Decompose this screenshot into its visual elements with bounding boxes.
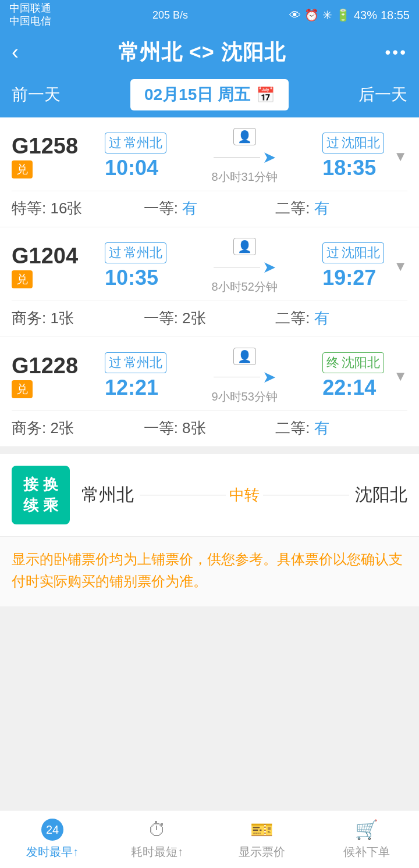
to-time: 18:35 — [322, 156, 376, 180]
header: ‹ 常州北 <> 沈阳北 ••• — [0, 30, 419, 77]
more-button[interactable]: ••• — [385, 43, 407, 62]
to-time: 22:14 — [322, 376, 376, 400]
route-arrow: ➤ — [214, 148, 276, 167]
tab-badge-24: 24 — [41, 819, 63, 841]
transfer-from: 常州北 — [81, 483, 134, 507]
train-route: 过 常州北 10:04 👤 ➤ 8小时31分钟 — [99, 128, 390, 185]
from-station-tag: 过 常州北 — [105, 133, 166, 153]
first-seat: 一等: 8张 — [144, 418, 276, 438]
arrow-right-icon: ➤ — [262, 148, 276, 167]
back-button[interactable]: ‹ — [12, 40, 19, 65]
to-time: 19:27 — [322, 266, 376, 290]
second-seat: 二等: 有 — [275, 308, 407, 328]
tab-show-price[interactable]: 🎫 显示票价 — [210, 810, 314, 868]
transfer-route: 常州北 中转 沈阳北 — [81, 483, 407, 507]
tab-icon-stopwatch: ⏱ — [148, 819, 166, 841]
route-middle: 👤 ➤ 8小时52分钟 — [211, 238, 277, 295]
train-number: G1204 — [12, 245, 99, 267]
train-number: G1228 — [12, 355, 99, 377]
tab-label-earliest: 发时最早↑ — [26, 844, 79, 860]
passenger-icon: 👤 — [233, 128, 256, 145]
seat-row: 特等: 16张 一等: 有 二等: 有 — [12, 191, 407, 227]
transfer-to: 沈阳北 — [355, 483, 407, 507]
carrier2-label: 中国电信 — [9, 15, 51, 28]
date-picker[interactable]: 02月15日 周五 📅 — [130, 79, 289, 110]
from-station-tag: 过 常州北 — [105, 352, 166, 373]
duration-label: 8小时31分钟 — [211, 169, 277, 185]
calendar-icon: 📅 — [256, 86, 275, 104]
first-seat: 一等: 有 — [144, 198, 276, 219]
notice-text: 显示的卧铺票价均为上铺票价，供您参考。具体票价以您确认支付时实际购买的铺别票价为… — [12, 551, 403, 589]
first-seat: 一等: 2张 — [144, 308, 276, 328]
route-middle: 👤 ➤ 8小时31分钟 — [211, 128, 277, 185]
bluetooth-icon: ✳ — [322, 8, 332, 22]
page-title: 常州北 <> 沈阳北 — [118, 38, 286, 67]
train-badge: 兑 — [12, 270, 33, 288]
to-station-col: 过 沈阳北 19:27 — [322, 242, 384, 290]
train-number-col: G1258 兑 — [12, 135, 99, 178]
special-seat: 商务: 1张 — [12, 308, 144, 328]
tab-waitlist[interactable]: 🛒 候补下单 — [314, 810, 419, 868]
tab-shortest-time[interactable]: ⏱ 耗时最短↑ — [105, 810, 210, 868]
train-route: 过 常州北 12:21 👤 ➤ 9小时53分钟 — [99, 348, 390, 405]
tab-label-price: 显示票价 — [239, 844, 285, 860]
person-icon: 👤 — [237, 240, 252, 253]
from-station-col: 过 常州北 10:04 — [105, 133, 166, 180]
notice-section: 显示的卧铺票价均为上铺票价，供您参考。具体票价以您确认支付时实际购买的铺别票价为… — [0, 537, 419, 606]
tab-icon-ticket: 🎫 — [250, 819, 274, 841]
carrier-info: 中国联通 中国电信 — [9, 2, 51, 27]
duration-label: 8小时52分钟 — [211, 279, 277, 295]
battery-icon: 🔋 — [336, 8, 350, 22]
train-number-col: G1228 兑 — [12, 355, 99, 398]
eye-icon: 👁 — [289, 9, 301, 22]
route-arrow: ➤ — [214, 367, 276, 387]
from-station-col: 过 常州北 10:35 — [105, 242, 166, 290]
train-badge: 兑 — [12, 160, 33, 178]
passenger-icon: 👤 — [233, 348, 256, 365]
date-nav-bar: 前一天 02月15日 周五 📅 后一天 — [0, 77, 419, 117]
train-badge: 兑 — [12, 380, 33, 398]
seat-row: 商务: 1张 一等: 2张 二等: 有 — [12, 301, 407, 337]
train-list: G1258 兑 过 常州北 10:04 👤 — [0, 117, 419, 447]
train-number: G1258 — [12, 135, 99, 157]
prev-day-button[interactable]: 前一天 — [12, 84, 61, 106]
person-icon: 👤 — [237, 130, 252, 144]
status-icons: 205 B/s — [152, 9, 188, 22]
train-item[interactable]: G1204 兑 过 常州北 10:35 👤 — [0, 227, 419, 337]
transfer-section[interactable]: 接 换 续 乘 常州北 中转 沈阳北 — [0, 454, 419, 537]
arrow-right-icon: ➤ — [262, 258, 276, 277]
tab-earliest-departure[interactable]: 24 发时最早↑ — [0, 810, 105, 868]
passenger-icon: 👤 — [233, 238, 256, 255]
route-arrow: ➤ — [214, 258, 276, 277]
train-item[interactable]: G1258 兑 过 常州北 10:04 👤 — [0, 117, 419, 227]
status-right-icons: 👁 ⏰ ✳ 🔋 43% 18:55 — [289, 8, 410, 22]
to-station-tag: 终 沈阳北 — [322, 352, 384, 373]
tab-label-shortest: 耗时最短↑ — [131, 844, 183, 860]
alarm-icon: ⏰ — [304, 8, 319, 22]
next-day-button[interactable]: 后一天 — [358, 84, 407, 106]
seat-row: 商务: 2张 一等: 8张 二等: 有 — [12, 410, 407, 446]
transfer-mid-label: 中转 — [229, 485, 260, 505]
battery-label: 43% — [354, 9, 377, 22]
train-item[interactable]: G1228 兑 过 常州北 12:21 👤 — [0, 337, 419, 447]
from-time: 12:21 — [105, 376, 158, 400]
time-label: 18:55 — [381, 9, 410, 22]
to-station-col: 终 沈阳北 22:14 — [322, 352, 384, 400]
train-number-col: G1204 兑 — [12, 245, 99, 288]
to-station-tag: 过 沈阳北 — [322, 242, 384, 263]
special-seat: 商务: 2张 — [12, 418, 144, 438]
tab-icon-cart: 🛒 — [355, 819, 378, 841]
expand-icon: ▼ — [390, 148, 407, 165]
route-middle: 👤 ➤ 9小时53分钟 — [211, 348, 277, 405]
to-station-col: 过 沈阳北 18:35 — [322, 133, 384, 180]
from-time: 10:04 — [105, 156, 158, 180]
second-seat: 二等: 有 — [275, 198, 407, 219]
to-station-tag: 过 沈阳北 — [322, 133, 384, 153]
empty-content-area — [0, 606, 419, 781]
expand-icon: ▼ — [390, 258, 407, 274]
speed-label: 205 B/s — [152, 9, 188, 22]
transfer-badge: 接 换 续 乘 — [12, 466, 70, 524]
current-date-label: 02月15日 周五 — [144, 84, 250, 106]
arrow-right-icon: ➤ — [262, 367, 276, 387]
expand-icon: ▼ — [390, 368, 407, 384]
